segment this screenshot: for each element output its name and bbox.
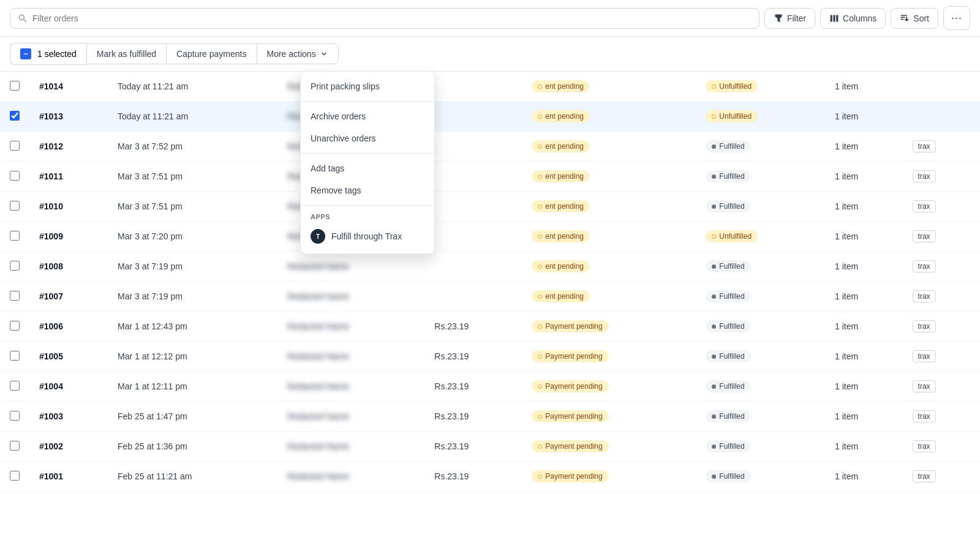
tag-badge: trax (913, 290, 936, 302)
table-row[interactable]: #1002 Feb 25 at 1:36 pm Redacted Name Rs… (0, 432, 980, 462)
table-row[interactable]: #1003 Feb 25 at 1:47 pm Redacted Name Rs… (0, 402, 980, 432)
row-checkbox-cell[interactable] (0, 72, 29, 102)
table-row[interactable]: #1010 Mar 3 at 7:51 pm Redacted Name ent… (0, 192, 980, 222)
order-date: Mar 1 at 12:43 pm (108, 312, 277, 342)
row-checkbox[interactable] (10, 261, 20, 271)
item-count: 1 item (825, 132, 903, 162)
row-checkbox[interactable] (10, 381, 20, 391)
row-checkbox[interactable] (10, 81, 20, 91)
row-checkbox-cell[interactable] (0, 462, 29, 492)
filter-button[interactable]: Filter (764, 8, 815, 29)
table-row[interactable]: #1006 Mar 1 at 12:43 pm Redacted Name Rs… (0, 312, 980, 342)
table-row[interactable]: #1004 Mar 1 at 12:11 pm Redacted Name Rs… (0, 372, 980, 402)
fulfillment-status-cell: Unfulfilled (696, 72, 825, 102)
row-checkbox-cell[interactable] (0, 132, 29, 162)
payment-dot (538, 354, 542, 359)
tag-cell: trax (903, 312, 980, 342)
row-checkbox[interactable] (10, 201, 20, 211)
item-count: 1 item (825, 402, 903, 432)
payment-dot (538, 444, 542, 449)
fulfillment-badge: Fulfilled (706, 170, 750, 182)
row-checkbox-cell[interactable] (0, 312, 29, 342)
order-date: Mar 3 at 7:51 pm (108, 162, 277, 192)
add-tags-item[interactable]: Add tags (301, 157, 434, 179)
table-row[interactable]: #1001 Feb 25 at 11:21 am Redacted Name R… (0, 462, 980, 492)
amount-cell (424, 252, 522, 282)
item-count: 1 item (825, 432, 903, 462)
print-packing-slips-item[interactable]: Print packing slips (301, 75, 434, 97)
row-checkbox[interactable] (10, 111, 20, 121)
remove-tags-item[interactable]: Remove tags (301, 179, 434, 201)
tag-cell: trax (903, 192, 980, 222)
row-checkbox-cell[interactable] (0, 222, 29, 252)
fulfilled-dot (712, 294, 716, 299)
row-checkbox-cell[interactable] (0, 372, 29, 402)
amount-cell: Rs.23.19 (424, 342, 522, 372)
ellipsis-icon: ··· (951, 12, 962, 24)
row-checkbox[interactable] (10, 351, 20, 361)
row-checkbox[interactable] (10, 471, 20, 481)
payment-dot (538, 174, 542, 179)
tag-cell (903, 72, 980, 102)
row-checkbox[interactable] (10, 411, 20, 421)
row-checkbox-cell[interactable] (0, 402, 29, 432)
mark-fulfilled-button[interactable]: Mark as fulfilled (86, 43, 166, 64)
row-checkbox-cell[interactable] (0, 192, 29, 222)
item-count: 1 item (825, 72, 903, 102)
payment-status-cell: ent pending (522, 102, 696, 132)
fulfill-trax-item[interactable]: T Fulfill through Trax (301, 223, 434, 250)
row-checkbox-cell[interactable] (0, 102, 29, 132)
fulfilled-dot (712, 444, 716, 449)
fulfillment-badge: Fulfilled (706, 440, 750, 452)
row-checkbox-cell[interactable] (0, 432, 29, 462)
tag-cell: trax (903, 162, 980, 192)
table-row[interactable]: #1008 Mar 3 at 7:19 pm Redacted Name ent… (0, 252, 980, 282)
orders-table: #1014 Today at 11:21 am Redacted Name en… (0, 72, 980, 492)
row-checkbox[interactable] (10, 231, 20, 241)
order-date: Feb 25 at 11:21 am (108, 462, 277, 492)
select-all-button[interactable]: 1 selected (10, 43, 86, 65)
tag-cell: trax (903, 462, 980, 492)
tag-badge: trax (913, 470, 936, 482)
row-checkbox-cell[interactable] (0, 162, 29, 192)
table-row[interactable]: #1011 Mar 3 at 7:51 pm Redacted Name ent… (0, 162, 980, 192)
order-number: #1010 (29, 192, 108, 222)
payment-status-cell: ent pending (522, 252, 696, 282)
payment-status-cell: Payment pending (522, 432, 696, 462)
row-checkbox[interactable] (10, 291, 20, 301)
payment-status-cell: ent pending (522, 282, 696, 312)
row-checkbox[interactable] (10, 141, 20, 151)
row-checkbox[interactable] (10, 441, 20, 451)
table-row[interactable]: #1014 Today at 11:21 am Redacted Name en… (0, 72, 980, 102)
payment-dot (538, 234, 542, 239)
tag-badge: trax (913, 170, 936, 182)
table-row[interactable]: #1005 Mar 1 at 12:12 pm Redacted Name Rs… (0, 342, 980, 372)
archive-orders-item[interactable]: Archive orders (301, 105, 434, 127)
row-checkbox[interactable] (10, 171, 20, 181)
row-checkbox-cell[interactable] (0, 282, 29, 312)
fulfilled-dot (712, 264, 716, 269)
payment-badge: Payment pending (532, 350, 608, 362)
row-checkbox-cell[interactable] (0, 342, 29, 372)
table-row[interactable]: #1009 Mar 3 at 7:20 pm Redacted Name ent… (0, 222, 980, 252)
row-checkbox[interactable] (10, 321, 20, 331)
fulfillment-status-cell: Fulfilled (696, 312, 825, 342)
fulfillment-status-cell: Fulfilled (696, 432, 825, 462)
search-input[interactable] (32, 13, 752, 23)
payment-badge: ent pending (532, 170, 590, 182)
payment-status-cell: Payment pending (522, 372, 696, 402)
tag-cell: trax (903, 132, 980, 162)
tag-cell: trax (903, 372, 980, 402)
unarchive-orders-item[interactable]: Unarchive orders (301, 127, 434, 149)
table-row[interactable]: #1007 Mar 3 at 7:19 pm Redacted Name ent… (0, 282, 980, 312)
more-actions-button[interactable]: More actions (257, 43, 339, 64)
table-row[interactable]: #1013 Today at 11:21 am Redacted Name en… (0, 102, 980, 132)
columns-button[interactable]: Columns (820, 8, 886, 29)
table-row[interactable]: #1012 Mar 3 at 7:52 pm Redacted Name ent… (0, 132, 980, 162)
sort-button[interactable]: Sort (891, 8, 938, 29)
more-options-button[interactable]: ··· (943, 6, 970, 30)
tag-badge: trax (913, 350, 936, 362)
payment-status-cell: ent pending (522, 72, 696, 102)
row-checkbox-cell[interactable] (0, 252, 29, 282)
capture-payments-button[interactable]: Capture payments (166, 43, 256, 64)
